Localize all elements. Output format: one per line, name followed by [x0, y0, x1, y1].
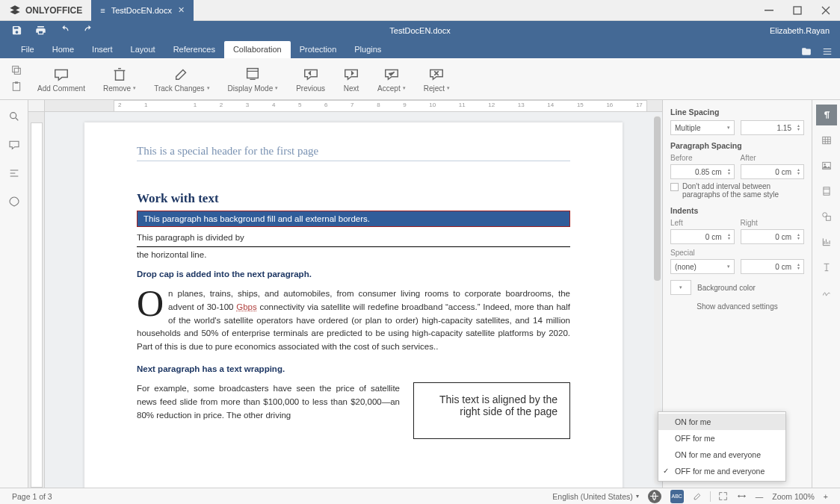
special-indent-value[interactable]: 0 cm▴▾	[741, 259, 805, 274]
search-icon[interactable]	[8, 111, 20, 124]
tab-references[interactable]: References	[164, 41, 224, 58]
spacing-before-input[interactable]: 0.85 cm▴▾	[670, 164, 735, 179]
fit-page-icon[interactable]	[714, 491, 732, 501]
next-button[interactable]: Next	[336, 64, 367, 94]
tab-protection[interactable]: Protection	[291, 41, 346, 58]
headings-icon[interactable]	[8, 167, 20, 181]
spellcheck-icon[interactable]	[648, 490, 661, 503]
zoom-out-button[interactable]: —	[751, 492, 768, 501]
dropcap-letter: O	[137, 287, 168, 319]
spinner-icon[interactable]: ▴▾	[797, 124, 800, 131]
signature-icon[interactable]	[816, 282, 837, 303]
user-name[interactable]: Elizabeth.Rayan	[770, 26, 840, 35]
comments-icon[interactable]	[8, 139, 20, 152]
indents-label: Indents	[670, 206, 804, 215]
svg-rect-1	[794, 7, 801, 14]
chevron-down-icon: ▾	[275, 85, 278, 91]
tab-plugins[interactable]: Plugins	[345, 41, 390, 58]
tab-file[interactable]: File	[12, 41, 43, 58]
spinner-icon[interactable]: ▴▾	[797, 168, 800, 175]
tab-home[interactable]: Home	[43, 41, 83, 58]
zoom-level[interactable]: Zoom 100%	[768, 492, 819, 501]
indent-right-input[interactable]: 0 cm▴▾	[741, 229, 805, 244]
tab-collaboration[interactable]: Collaboration	[224, 41, 291, 58]
status-bar: Page 1 of 3 English (United States) ▾ AB…	[0, 488, 840, 504]
menu-on-for-me[interactable]: ON for me	[658, 414, 785, 430]
print-button[interactable]	[28, 22, 52, 40]
redo-button[interactable]	[76, 22, 100, 40]
chevron-down-icon: ▾	[727, 125, 730, 131]
quick-access-bar: TestDocEN.docx Elizabeth.Rayan	[0, 21, 840, 40]
svg-rect-8	[822, 137, 830, 143]
copy-icon[interactable]	[10, 64, 22, 78]
spinner-icon[interactable]: ▴▾	[728, 233, 730, 240]
open-location-icon[interactable]	[801, 46, 812, 58]
display-mode-button[interactable]: Display Mode▾	[220, 64, 286, 94]
abc-icon[interactable]: ABC	[670, 490, 684, 503]
spinner-icon[interactable]: ▴▾	[797, 263, 800, 270]
remove-button[interactable]: Remove▾	[96, 64, 143, 94]
spacing-after-input[interactable]: 0 cm▴▾	[741, 164, 805, 179]
tab-layout[interactable]: Layout	[122, 41, 164, 58]
paragraph-spacing-label: Paragraph Spacing	[670, 141, 804, 150]
menu-on-for-everyone[interactable]: ON for me and everyone	[658, 447, 785, 463]
undo-button[interactable]	[52, 22, 76, 40]
app-logo: ONLYOFFICE	[0, 4, 91, 16]
minimize-button[interactable]	[755, 0, 783, 21]
menu-off-for-me[interactable]: OFF for me	[658, 430, 785, 447]
ribbon: Add Comment Remove▾ Track Changes▾ Displ…	[0, 58, 840, 100]
spinner-icon[interactable]: ▴▾	[728, 168, 730, 175]
svg-rect-2	[14, 68, 20, 74]
dropcap-paragraph: O n planes, trains, ships, and automobil…	[137, 287, 570, 354]
svg-rect-4	[13, 82, 19, 90]
spinner-icon[interactable]: ▴▾	[797, 233, 800, 240]
title-bar: ONLYOFFICE ≡ TestDocEN.docx ✕	[0, 0, 840, 21]
shape-icon[interactable]	[816, 206, 837, 227]
svg-rect-13	[826, 216, 830, 220]
add-comment-button[interactable]: Add Comment	[30, 64, 93, 94]
line-spacing-value-input[interactable]: 1.15▴▾	[741, 120, 805, 135]
advanced-settings-link[interactable]: Show advanced settings	[670, 302, 804, 311]
vertical-ruler[interactable]	[28, 112, 45, 488]
accept-button[interactable]: Accept▾	[370, 64, 413, 94]
feedback-icon[interactable]	[8, 196, 20, 209]
dont-add-interval-checkbox[interactable]: Don't add interval between paragraphs of…	[670, 182, 804, 199]
previous-button[interactable]: Previous	[288, 64, 333, 94]
chevron-down-icon: ▾	[403, 85, 406, 91]
paste-icon[interactable]	[10, 81, 22, 94]
line-spacing-mode-select[interactable]: Multiple▾	[670, 120, 735, 135]
document-page[interactable]: This is a special header for the first p…	[84, 122, 623, 488]
chart-icon[interactable]	[816, 231, 837, 252]
page-indicator[interactable]: Page 1 of 3	[7, 492, 57, 501]
track-changes-button[interactable]: Track Changes▾	[146, 64, 217, 94]
right-toolbar	[812, 100, 840, 488]
close-tab-icon[interactable]: ✕	[178, 5, 185, 15]
ruler-corner	[28, 100, 45, 112]
language-selector[interactable]: English (United States) ▾	[548, 492, 643, 501]
close-window-button[interactable]	[812, 0, 840, 21]
paragraph-icon[interactable]	[816, 105, 837, 125]
highlighted-paragraph: This paragraph has background fill and a…	[137, 211, 570, 227]
view-settings-icon[interactable]	[822, 46, 833, 58]
background-color-picker[interactable]: ▾	[670, 280, 691, 295]
save-button[interactable]	[4, 22, 28, 40]
track-changes-toggle[interactable]	[688, 491, 707, 501]
header-footer-icon[interactable]	[816, 181, 837, 202]
scrollbar-thumb[interactable]	[654, 116, 661, 281]
textart-icon[interactable]	[816, 257, 837, 278]
table-icon[interactable]	[816, 130, 837, 151]
menu-off-for-everyone[interactable]: OFF for me and everyone	[658, 463, 785, 479]
maximize-button[interactable]	[783, 0, 812, 21]
special-indent-select[interactable]: (none)▾	[670, 259, 735, 274]
image-icon[interactable]	[816, 155, 837, 176]
document-tab[interactable]: ≡ TestDocEN.docx ✕	[91, 0, 194, 21]
reject-button[interactable]: Reject▾	[416, 64, 457, 94]
document-canvas[interactable]: 211234567891011121314151617 This is a sp…	[28, 100, 662, 488]
svg-rect-0	[765, 10, 773, 11]
tab-insert[interactable]: Insert	[83, 41, 122, 58]
indent-left-input[interactable]: 0 cm▴▾	[670, 229, 735, 244]
divided-paragraph-bottom: the horizontal line.	[137, 250, 570, 259]
fit-width-icon[interactable]	[732, 491, 751, 501]
horizontal-ruler[interactable]: 211234567891011121314151617	[45, 100, 662, 112]
zoom-in-button[interactable]: +	[819, 492, 833, 501]
